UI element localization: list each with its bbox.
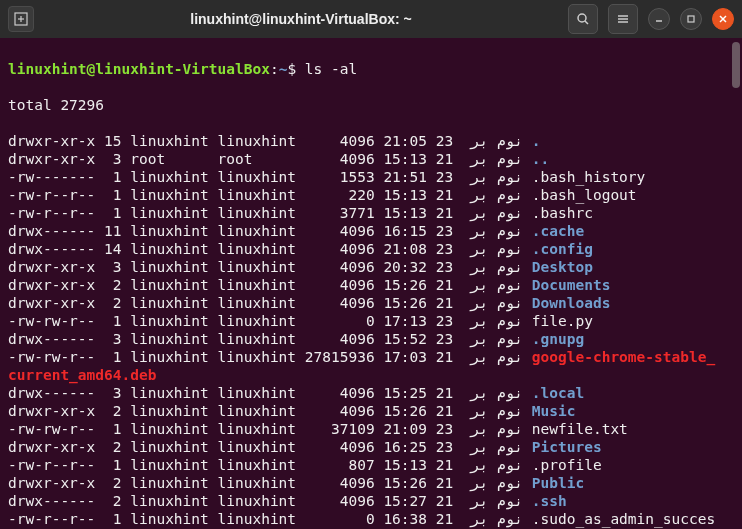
- ls-row: drwx------ 11 linuxhint linuxhint 4096 1…: [8, 222, 734, 240]
- ls-row: -rw-r--r-- 1 linuxhint linuxhint 3771 15…: [8, 204, 734, 222]
- ls-row: drwxr-xr-x 15 linuxhint linuxhint 4096 2…: [8, 132, 734, 150]
- ls-row: -rw-rw-r-- 1 linuxhint linuxhint 0 17:13…: [8, 312, 734, 330]
- prompt-line: linuxhint@linuxhint-VirtualBox:~$ ls -al: [8, 60, 734, 78]
- file-entry: google-chrome-stable_: [532, 349, 715, 365]
- prompt-user-host: linuxhint@linuxhint-VirtualBox: [8, 61, 270, 77]
- ls-row: drwxr-xr-x 2 linuxhint linuxhint 4096 16…: [8, 438, 734, 456]
- file-entry: file.py: [532, 313, 593, 329]
- hamburger-menu-button[interactable]: [608, 4, 638, 34]
- titlebar-right: [568, 4, 734, 34]
- file-entry: Public: [532, 475, 584, 491]
- ls-row: -rw-rw-r-- 1 linuxhint linuxhint 37109 2…: [8, 420, 734, 438]
- ls-row: drwxr-xr-x 2 linuxhint linuxhint 4096 15…: [8, 402, 734, 420]
- ls-row: drwx------ 2 linuxhint linuxhint 4096 15…: [8, 492, 734, 510]
- ls-row: -rw-r--r-- 1 linuxhint linuxhint 220 15:…: [8, 186, 734, 204]
- file-entry: .config: [532, 241, 593, 257]
- search-button[interactable]: [568, 4, 598, 34]
- file-entry: .cache: [532, 223, 584, 239]
- ls-row: -rw-rw-r-- 1 linuxhint linuxhint 2781593…: [8, 348, 734, 366]
- titlebar: linuxhint@linuxhint-VirtualBox: ~: [0, 0, 742, 38]
- ls-row: drwx------ 3 linuxhint linuxhint 4096 15…: [8, 384, 734, 402]
- svg-line-4: [585, 21, 588, 24]
- file-entry: Documents: [532, 277, 611, 293]
- ls-row: drwxr-xr-x 3 linuxhint linuxhint 4096 20…: [8, 258, 734, 276]
- file-entry: Downloads: [532, 295, 611, 311]
- file-entry: Desktop: [532, 259, 593, 275]
- file-entry: Music: [532, 403, 576, 419]
- file-entry: newfile.txt: [532, 421, 628, 437]
- window-title: linuxhint@linuxhint-VirtualBox: ~: [40, 11, 562, 27]
- ls-output: drwxr-xr-x 15 linuxhint linuxhint 4096 2…: [8, 132, 734, 528]
- file-entry: .bash_history: [532, 169, 646, 185]
- ls-row: drwx------ 14 linuxhint linuxhint 4096 2…: [8, 240, 734, 258]
- minimize-button[interactable]: [648, 8, 670, 30]
- file-entry: .ssh: [532, 493, 567, 509]
- file-entry: .profile: [532, 457, 602, 473]
- terminal-area[interactable]: linuxhint@linuxhint-VirtualBox:~$ ls -al…: [0, 38, 742, 529]
- ls-row: drwxr-xr-x 2 linuxhint linuxhint 4096 15…: [8, 474, 734, 492]
- file-entry: .bash_logout: [532, 187, 637, 203]
- file-entry: .bashrc: [532, 205, 593, 221]
- svg-rect-9: [688, 16, 694, 22]
- file-entry-wrapped: current_amd64.deb: [8, 366, 734, 384]
- ls-row: -rw-r--r-- 1 linuxhint linuxhint 807 15:…: [8, 456, 734, 474]
- ls-row: drwx------ 3 linuxhint linuxhint 4096 15…: [8, 330, 734, 348]
- file-entry: Pictures: [532, 439, 602, 455]
- ls-row: drwxr-xr-x 2 linuxhint linuxhint 4096 15…: [8, 294, 734, 312]
- command-text: [296, 61, 305, 77]
- file-entry: .sudo_as_admin_succes: [532, 511, 715, 527]
- ls-row: drwxr-xr-x 2 linuxhint linuxhint 4096 15…: [8, 276, 734, 294]
- total-line: total 27296: [8, 96, 734, 114]
- ls-row: drwxr-xr-x 3 root root 4096 15:13 21 نوم…: [8, 150, 734, 168]
- scrollbar-thumb[interactable]: [732, 42, 740, 88]
- maximize-button[interactable]: [680, 8, 702, 30]
- file-entry: .local: [532, 385, 584, 401]
- file-entry: .gnupg: [532, 331, 584, 347]
- new-tab-button[interactable]: [8, 6, 34, 32]
- file-entry: .: [532, 133, 541, 149]
- ls-row: -rw------- 1 linuxhint linuxhint 1553 21…: [8, 168, 734, 186]
- svg-point-3: [578, 14, 586, 22]
- file-entry: ..: [532, 151, 549, 167]
- ls-row: -rw-r--r-- 1 linuxhint linuxhint 0 16:38…: [8, 510, 734, 528]
- close-button[interactable]: [712, 8, 734, 30]
